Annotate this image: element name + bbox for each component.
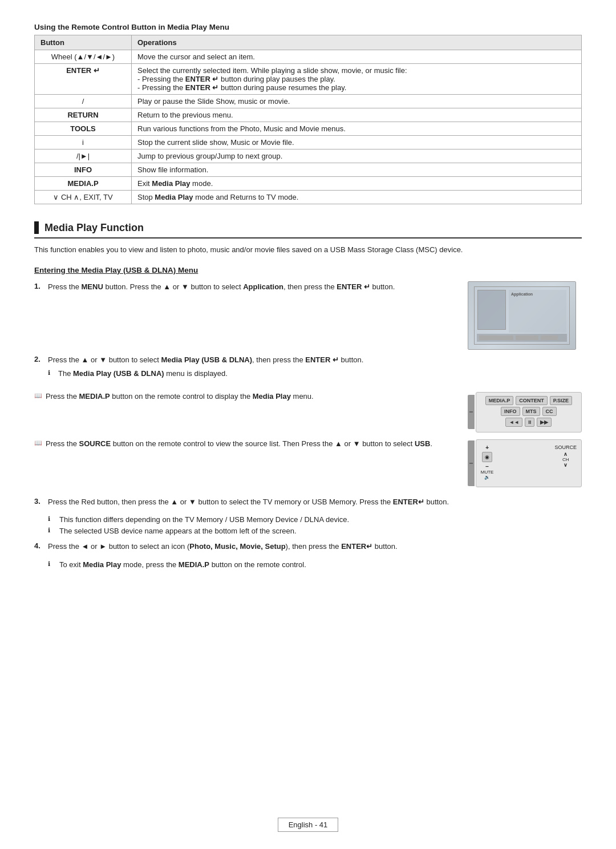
step-3-note-1-row: ℹ This function differs depending on the… xyxy=(48,515,582,524)
table-row: MEDIA.P Exit Media Play mode. xyxy=(35,177,582,191)
source-icon: ◉ xyxy=(485,454,489,460)
button-return: RETURN xyxy=(35,108,132,122)
remote-control-table: Button Operations Wheel (▲/▼/◄/►) Move t… xyxy=(34,35,582,204)
alt-step-source-container: 📖 Press the SOURCE button on the remote … xyxy=(34,439,582,487)
rewind-btn: ◄◄ xyxy=(505,418,522,427)
op-slash: Play or pause the Slide Show, music or m… xyxy=(132,95,582,108)
footer-text: English - 41 xyxy=(289,820,328,829)
note-sym-4: ℹ xyxy=(48,560,59,568)
step-3-note-2: ℹ The selected USB device name appears a… xyxy=(48,527,582,535)
remote-row-2: INFO MTS CC xyxy=(481,407,577,416)
media-play-section: Media Play Function This function enable… xyxy=(34,221,582,569)
subsection-title: Entering the Media Play (USB & DLNA) Men… xyxy=(34,266,582,274)
note-sym-3a: ℹ xyxy=(48,515,59,523)
step-4-note-text: To exit Media Play mode, press the MEDIA… xyxy=(59,560,306,569)
button-i: i xyxy=(35,136,132,149)
plus-label: + xyxy=(485,444,489,451)
op-skip: Jump to previous group/Jump to next grou… xyxy=(132,149,582,163)
op-info: Show file information. xyxy=(132,163,582,177)
op-ch: Stop Media Play mode and Returns to TV m… xyxy=(132,191,582,204)
mute-label: MUTE🔉 xyxy=(481,470,494,480)
button-slash: / xyxy=(35,95,132,108)
op-wheel: Move the cursor and select an item. xyxy=(132,50,582,64)
ch-col: SOURCE ∧ CH ∨ xyxy=(554,444,577,468)
footer-box: English - 41 xyxy=(278,818,339,832)
minus-label: − xyxy=(485,463,489,470)
button-mediap: MEDIA.P xyxy=(35,177,132,191)
step-4-note: ℹ To exit Media Play mode, press the MED… xyxy=(48,560,582,569)
alt-note-source: 📖 Press the SOURCE button on the remote … xyxy=(34,439,456,448)
table-row: INFO Show file information. xyxy=(35,163,582,177)
remote-row-3: ◄◄ II ▶▶ xyxy=(481,418,577,427)
cc-btn: CC xyxy=(542,407,557,416)
remote-row-1: MEDIA.P CONTENT P.SIZE xyxy=(481,396,577,405)
table-row: ENTER ↵ Select the currently selected it… xyxy=(35,64,582,95)
note-sym-mediap: 📖 xyxy=(34,392,46,399)
ch-label-sm: CH xyxy=(562,457,569,462)
step-3-note-1: ℹ This function differs depending on the… xyxy=(48,515,582,524)
alt-step-mediap-container: 📖 Press the MEDIA.P button on the remote… xyxy=(34,392,582,432)
step-1: 1. Press the MENU button. Press the ▲ or… xyxy=(34,281,456,293)
step-2-left: 2. Press the ▲ or ▼ button to select Med… xyxy=(34,354,468,387)
button-skip: /|►| xyxy=(35,149,132,163)
source-side-indicator xyxy=(468,440,475,486)
mts-btn: MTS xyxy=(522,407,540,416)
step-3-number: 3. xyxy=(34,496,46,506)
op-enter: Select the currently selected item. Whil… xyxy=(132,64,582,95)
info-btn: INFO xyxy=(501,407,520,416)
step-1-container: 1. Press the MENU button. Press the ▲ or… xyxy=(34,281,582,350)
step-2-content: Press the ▲ or ▼ button to select Media … xyxy=(48,354,456,379)
step-2: 2. Press the ▲ or ▼ button to select Med… xyxy=(34,354,456,379)
step-3-note-2-row: ℹ The selected USB device name appears a… xyxy=(48,527,582,535)
step-2-container: 2. Press the ▲ or ▼ button to select Med… xyxy=(34,354,582,387)
section-header: Media Play Function xyxy=(34,221,582,238)
col-header-operations: Operations xyxy=(132,35,582,50)
footer: English - 41 xyxy=(0,818,616,832)
table-row: i Stop the current slide show, Music or … xyxy=(35,136,582,149)
step-4-note-row: ℹ To exit Media Play mode, press the MED… xyxy=(48,560,582,569)
source-remote-image: + ◉ − MUTE🔉 SOURCE ∧ CH xyxy=(468,439,582,487)
ch-up: ∧ xyxy=(564,451,568,457)
note-icon-2: ℹ xyxy=(48,368,58,378)
table-row: /|►| Jump to previous group/Jump to next… xyxy=(35,149,582,163)
button-tools: TOOLS xyxy=(35,122,132,136)
source-label-top: SOURCE xyxy=(554,444,577,450)
col-header-button: Button xyxy=(35,35,132,50)
table-row: Wheel (▲/▼/◄/►) Move the cursor and sele… xyxy=(35,50,582,64)
step-4: 4. Press the ◄ or ► button to select an … xyxy=(34,541,582,552)
button-info: INFO xyxy=(35,163,132,177)
alt-note-mediap: 📖 Press the MEDIA.P button on the remote… xyxy=(34,392,456,401)
step-1-left: 1. Press the MENU button. Press the ▲ or… xyxy=(34,281,468,301)
ch-down: ∨ xyxy=(564,462,568,468)
step-3-note-2-text: The selected USB device name appears at … xyxy=(59,527,297,535)
step-3: 3. Press the Red button, then press the … xyxy=(34,496,582,508)
source-remote-panel: + ◉ − MUTE🔉 SOURCE ∧ CH xyxy=(476,439,582,487)
alt-step-mediap: 📖 Press the MEDIA.P button on the remote… xyxy=(34,392,582,432)
source-remote-diagram: + ◉ − MUTE🔉 SOURCE ∧ CH xyxy=(468,439,582,487)
op-return: Return to the previous menu. xyxy=(132,108,582,122)
intro-paragraph: This function enables you to view and li… xyxy=(34,244,582,256)
section-header-text: Media Play Function xyxy=(44,222,144,234)
alt-note-source-text: Press the SOURCE button on the remote co… xyxy=(46,439,432,448)
step-2-note: ℹ The Media Play (USB & DLNA) menu is di… xyxy=(48,368,456,379)
step-2-number: 2. xyxy=(34,354,46,363)
step-2-note-text: The Media Play (USB & DLNA) menu is disp… xyxy=(58,368,228,379)
alt-step-source-left: 📖 Press the SOURCE button on the remote … xyxy=(34,439,468,451)
alt-step-source: 📖 Press the SOURCE button on the remote … xyxy=(34,439,582,487)
alt-note-mediap-text: Press the MEDIA.P button on the remote c… xyxy=(46,392,314,401)
pause-btn: II xyxy=(525,418,534,427)
button-wheel: Wheel (▲/▼/◄/►) xyxy=(35,50,132,64)
op-tools: Run various functions from the Photo, Mu… xyxy=(132,122,582,136)
psize-btn: P.SIZE xyxy=(550,396,572,405)
remote-diagram: MEDIA.P CONTENT P.SIZE INFO MTS CC ◄◄ II xyxy=(468,392,582,432)
remote-buttons-panel: MEDIA.P CONTENT P.SIZE INFO MTS CC ◄◄ II xyxy=(476,392,582,432)
table-row: / Play or pause the Slide Show, music or… xyxy=(35,95,582,108)
table-section-title: Using the Remote Control Button in Media… xyxy=(34,23,582,31)
button-enter: ENTER ↵ xyxy=(35,64,132,95)
mediap-btn: MEDIA.P xyxy=(485,396,514,405)
ffwd-btn: ▶▶ xyxy=(537,418,552,427)
step-4-number: 4. xyxy=(34,541,46,550)
table-row: RETURN Return to the previous menu. xyxy=(35,108,582,122)
source-top-row: + ◉ − MUTE🔉 SOURCE ∧ CH xyxy=(481,444,577,480)
step-1-number: 1. xyxy=(34,281,46,290)
